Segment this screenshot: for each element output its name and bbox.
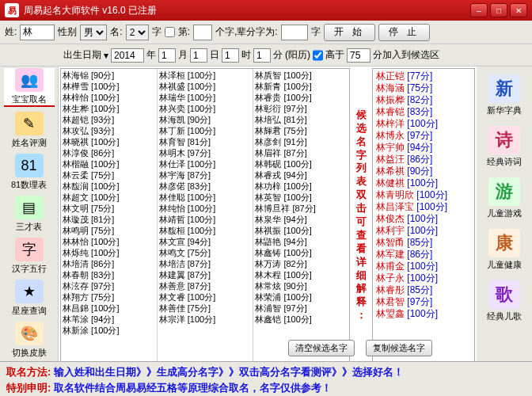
name-item[interactable]: 林鼯艳 [94分]	[255, 236, 348, 247]
candidate-item[interactable]: 林子永 [100分]	[376, 272, 471, 284]
name-item[interactable]: 林攻弘 [93分]	[63, 125, 155, 136]
candidate-item[interactable]: 林俊杰 [100分]	[376, 213, 471, 225]
name-item[interactable]: 林鑫铸 [100分]	[255, 247, 348, 258]
name-item[interactable]: 林善佳 [75分]	[159, 303, 252, 314]
name-column-2[interactable]: 林貭智 [100分]林新青 [100分]林睿贵 [100分]林彰衍 [97分]林…	[253, 69, 349, 362]
name-item[interactable]: 林宗洋 [100分]	[159, 314, 252, 325]
name-item[interactable]: 林烁纯 [100分]	[63, 247, 155, 258]
name-item[interactable]: 林海凯 [90分]	[159, 114, 252, 125]
name-item[interactable]: 林常炫 [90分]	[255, 280, 348, 291]
name-item[interactable]: 林文明 [75分]	[63, 203, 155, 214]
name-item[interactable]: 林佳聪 [100分]	[159, 192, 252, 203]
sidebar-item-2[interactable]: 8181数理表	[4, 154, 55, 191]
di-input[interactable]	[193, 25, 212, 40]
name-item[interactable]: 林輝君 [75分]	[255, 125, 348, 136]
name-item[interactable]: 林晓祺 [100分]	[63, 136, 155, 147]
candidate-item[interactable]: 林睿彤 [85分]	[376, 284, 471, 296]
name-column-0[interactable]: 林海锦 [90分]林樺雪 [100分]林梓怡 [100分]林生桦 [100分]林…	[61, 69, 158, 362]
candidate-item[interactable]: 林利宇 [100分]	[376, 225, 471, 237]
hour-input[interactable]	[222, 48, 239, 63]
name-item[interactable]: 林纯怡 [100分]	[159, 203, 252, 214]
name-item[interactable]: 林浦智 [97分]	[255, 303, 348, 314]
name-item[interactable]: 林丁新 [100分]	[159, 125, 252, 136]
name-item[interactable]: 林功梓 [100分]	[255, 181, 348, 192]
name-item[interactable]: 林彦剑 [91分]	[255, 136, 348, 147]
name-item[interactable]: 林泉华 [94分]	[255, 214, 348, 225]
name-item[interactable]: 林彦偌 [83分]	[159, 181, 252, 192]
candidate-item[interactable]: 林益汪 [86分]	[376, 154, 471, 166]
candidate-list[interactable]: 林正铠 [77分]林海涵 [75分]林振桦 [82分]林睿铠 [83分]林梓洋 …	[372, 68, 475, 363]
name-column-1[interactable]: 林泽桓 [100分]林祺盛 [100分]林瑞华 [100分]林兴奕 [100分]…	[158, 69, 254, 362]
name-item[interactable]: 林培洁 [87分]	[159, 258, 252, 269]
rightbar-item-3[interactable]: 康儿童健康	[487, 229, 522, 271]
surname-input[interactable]	[20, 25, 55, 40]
minimize-button[interactable]: –	[470, 3, 488, 17]
name-item[interactable]: 林昌錦 [100分]	[63, 303, 155, 314]
name-item[interactable]: 林鸣文 [75分]	[159, 247, 252, 258]
sidebar-item-6[interactable]: 🎨切换皮肤	[4, 322, 55, 359]
name-item[interactable]: 林翔方 [75分]	[63, 291, 155, 303]
name-item[interactable]: 林彰衍 [97分]	[255, 103, 348, 114]
name-item[interactable]: 林超文 [100分]	[63, 192, 155, 203]
name-item[interactable]: 林新涂 [100分]	[63, 325, 155, 336]
name-item[interactable]: 林梓怡 [100分]	[63, 92, 155, 103]
name-item[interactable]: 林生桦 [100分]	[63, 103, 155, 114]
gender-select[interactable]: 男	[80, 25, 107, 40]
sidebar-item-1[interactable]: ✎姓名评测	[4, 112, 55, 149]
name-item[interactable]: 林英智 [100分]	[255, 192, 348, 203]
sidebar-item-4[interactable]: 字汉字五行	[4, 238, 55, 275]
candidate-item[interactable]: 林梓洋 [100分]	[376, 118, 471, 130]
name-item[interactable]: 林楷融 [100分]	[63, 158, 155, 169]
name-item[interactable]: 林瑞华 [100分]	[159, 92, 252, 103]
name-item[interactable]: 林超铠 [93分]	[63, 114, 155, 125]
name-item[interactable]: 林培弘 [81分]	[255, 114, 348, 125]
name-item[interactable]: 林祺盛 [100分]	[159, 81, 252, 92]
sidebar-item-0[interactable]: 👥宝宝取名	[4, 68, 55, 107]
candidate-item[interactable]: 林健祺 [100分]	[376, 177, 471, 189]
bei-input[interactable]	[281, 25, 308, 40]
name-item[interactable]: 林新青 [100分]	[255, 81, 348, 92]
min-input[interactable]	[253, 48, 271, 63]
name-item[interactable]: 林鸣明 [75分]	[63, 225, 155, 236]
threshold-input[interactable]	[347, 48, 370, 63]
name-item[interactable]: 林璇茂 [81分]	[63, 214, 155, 225]
name-item[interactable]: 林育智 [81分]	[159, 136, 252, 147]
rightbar-item-2[interactable]: 游儿童游戏	[487, 177, 522, 219]
month-input[interactable]	[158, 48, 176, 63]
maximize-button[interactable]: □	[490, 3, 507, 17]
name-count-select[interactable]: 2	[126, 25, 149, 40]
candidate-item[interactable]: 林希祺 [90分]	[376, 166, 471, 177]
name-item[interactable]: 林苇涂 [94分]	[63, 314, 155, 325]
rightbar-item-4[interactable]: 歌经典儿歌	[487, 280, 522, 322]
name-item[interactable]: 林兴奕 [100分]	[159, 103, 252, 114]
sidebar-item-5[interactable]: ★星座查询	[4, 280, 55, 317]
copy-candidates-button[interactable]: 复制候选名字	[366, 340, 432, 356]
candidate-item[interactable]: 林正铠 [77分]	[376, 70, 471, 82]
candidate-item[interactable]: 林昌泽宝 [100分]	[376, 201, 471, 213]
name-item[interactable]: 林宇海 [87分]	[159, 169, 252, 181]
name-item[interactable]: 林泽桓 [100分]	[159, 70, 252, 81]
name-item[interactable]: 林睿戎 [94分]	[255, 169, 348, 181]
name-item[interactable]: 林万涛 [82分]	[255, 258, 348, 269]
year-input[interactable]	[111, 48, 144, 63]
candidate-item[interactable]: 林海涵 [75分]	[376, 82, 471, 94]
candidate-item[interactable]: 林君智 [97分]	[376, 296, 471, 308]
name-item[interactable]: 林泫存 [97分]	[63, 280, 155, 291]
name-item[interactable]: 林荣浦 [100分]	[255, 291, 348, 303]
candidate-item[interactable]: 林智甬 [85分]	[376, 237, 471, 249]
name-item[interactable]: 林木程 [100分]	[255, 269, 348, 280]
name-item[interactable]: 林春朝 [83分]	[63, 269, 155, 280]
name-item[interactable]: 林睿贵 [100分]	[255, 92, 348, 103]
name-item[interactable]: 林貭智 [100分]	[255, 70, 348, 81]
name-item[interactable]: 林祺振 [100分]	[255, 225, 348, 236]
name-item[interactable]: 林仕泽 [100分]	[159, 158, 252, 169]
name-item[interactable]: 林靖哲 [100分]	[159, 214, 252, 225]
close-button[interactable]: ✕	[510, 3, 527, 17]
threshold-checkbox[interactable]	[313, 48, 323, 63]
candidate-item[interactable]: 林甫金 [100分]	[376, 261, 471, 272]
name-item[interactable]: 林淳俊 [86分]	[63, 147, 155, 158]
name-item[interactable]: 林馥润 [100分]	[63, 181, 155, 192]
candidate-item[interactable]: 林振桦 [82分]	[376, 94, 471, 106]
dropdown-icon[interactable]: ▾	[104, 50, 108, 61]
name-item[interactable]: 林培清 [86分]	[63, 258, 155, 269]
